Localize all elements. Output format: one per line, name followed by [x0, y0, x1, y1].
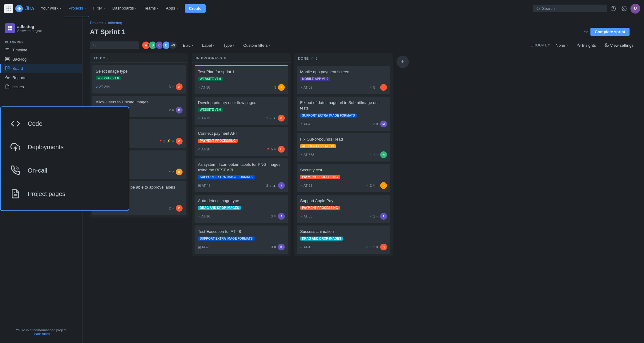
card-at-50[interactable]: Test Plan for sprint 1 WEBSITE V1.0 ✓ AT… — [195, 65, 288, 94]
svg-rect-21 — [6, 59, 9, 60]
footer-learn-more-link[interactable]: Learn more — [32, 332, 50, 336]
nav-dashboards[interactable]: Dashboards ▾ — [109, 0, 140, 17]
star-button[interactable]: ☆ — [584, 29, 588, 35]
popup-item-oncall[interactable]: On-call — [1, 159, 129, 182]
card-metrics: 2 ⑂ ▲ — [266, 184, 276, 187]
more-options-button[interactable]: ··· — [632, 29, 637, 35]
popup-item-project-pages[interactable]: Project pages — [1, 182, 129, 205]
card-test-exec[interactable]: Test Execution for AT-48 SUPPORT EXTRA I… — [195, 225, 288, 254]
breadcrumb-projects-link[interactable]: Projects — [90, 21, 103, 25]
card-metrics: ⚑ 1 ⚡ = — [159, 139, 174, 143]
card-title: Test Execution for AT-48 — [198, 229, 285, 234]
done-icon: ✓ — [366, 245, 368, 249]
create-button[interactable]: Create — [185, 4, 206, 13]
card-title: As system, I can obtain labels for PNG i… — [198, 162, 285, 173]
card-at-48[interactable]: As system, I can obtain labels for PNG i… — [195, 158, 288, 192]
chevron-down-icon: ▾ — [60, 7, 61, 10]
svg-rect-8 — [10, 10, 11, 10]
complete-sprint-button[interactable]: Complete sprint — [590, 28, 630, 36]
branch-icon: ⑂ — [274, 214, 276, 218]
breadcrumb: Projects / atlbettog — [83, 17, 644, 26]
card-title: Support Apple Pay — [300, 198, 387, 204]
toolbar-search[interactable] — [90, 42, 139, 49]
epic-filter-button[interactable]: Epic ▾ — [180, 42, 196, 49]
nav-projects[interactable]: Projects ▾ — [66, 0, 89, 17]
label-filter-button[interactable]: Label ▾ — [199, 42, 218, 49]
board-area: TO DO 6 Select image type WEBSITE V1.0 ✓… — [83, 53, 644, 343]
card-at-63[interactable]: Security test PAYMENT PROCESSING ✓ AT-63… — [297, 164, 390, 192]
assignee-avatar: K — [278, 244, 285, 250]
assignee-avatar: G — [278, 115, 285, 122]
check-icon: ✓ — [300, 184, 303, 187]
card-metrics: 3 = — [271, 245, 276, 249]
card-at-20[interactable]: Connect payment API PAYMENT PROCESSING ✓… — [195, 127, 288, 156]
project-logo-icon — [7, 26, 13, 31]
user-avatar[interactable]: U — [630, 4, 640, 14]
card-at-16[interactable]: Auto-detect image type DRAG AND DROP IMA… — [195, 195, 288, 223]
card-title: Mobile app payment screen — [300, 69, 387, 75]
sidebar-item-board[interactable]: Board — [0, 64, 82, 73]
task-icon: ▣ — [198, 184, 201, 187]
card-title: Connect payment API — [198, 131, 285, 136]
search-input[interactable] — [542, 6, 604, 11]
insights-button[interactable]: Insights — [574, 42, 599, 49]
toolbar-search-input[interactable] — [97, 43, 136, 47]
card-at-19[interactable]: Success animation DRAG AND DROP IMAGES ✓… — [297, 225, 390, 254]
card-at-388[interactable]: Fix Out-of-bounds Read ACCOUNT CREATION … — [297, 133, 390, 162]
nav-your-work[interactable]: Your work ▾ — [38, 0, 64, 17]
card-tag: DRAG AND DROP IMAGES — [300, 237, 343, 241]
help-button[interactable] — [608, 4, 618, 14]
insights-icon — [577, 43, 581, 47]
card-at-73[interactable]: Develop primary user flow pages WEBSITE … — [195, 97, 288, 125]
nav-teams[interactable]: Teams ▾ — [141, 0, 162, 17]
task-icon: ▣ — [198, 245, 201, 249]
nav-filter[interactable]: Filter ▾ — [90, 0, 108, 17]
check-icon: ✓ — [198, 215, 200, 218]
card-at-43[interactable]: Fix out of date image url in SubmitImage… — [297, 97, 390, 130]
custom-filters-button[interactable]: Custom filters ▾ — [240, 42, 273, 49]
card-at-55[interactable]: Support Apple Pay PAYMENT PROCESSING ✓ A… — [297, 195, 390, 223]
assignee-avatar: N — [380, 151, 387, 158]
metric-count: 2 — [370, 184, 372, 187]
search-box[interactable] — [533, 5, 607, 12]
settings-button[interactable] — [619, 4, 629, 14]
issue-id: ✓ AT-63 — [300, 184, 312, 187]
breadcrumb-project-link[interactable]: atlbettog — [108, 21, 122, 25]
sidebar-item-timeline[interactable]: Timeline — [0, 45, 82, 54]
sidebar-item-backlog[interactable]: Backlog — [0, 54, 82, 64]
view-settings-button[interactable]: View settings — [602, 42, 637, 49]
metric-count: 3 — [373, 122, 375, 126]
column-inprogress-cards: Test Plan for sprint 1 WEBSITE V1.0 ✓ AT… — [192, 63, 291, 256]
card-metrics: 2 = — [169, 108, 174, 112]
add-column-button[interactable]: + — [396, 56, 409, 68]
metric-count: 5 — [271, 147, 273, 151]
sidebar-item-issues[interactable]: Issues — [0, 82, 82, 91]
equals-icon: = — [376, 245, 378, 249]
card-footer: ✓ AT-73 2 ⑂ ▲ G — [198, 115, 285, 122]
card-metrics: ✓ 1 = — [369, 214, 378, 218]
chevron-down-icon: ▾ — [233, 44, 235, 47]
svg-rect-0 — [6, 6, 7, 7]
sidebar-item-reports[interactable]: Reports — [0, 73, 82, 82]
card-title: Security test — [300, 167, 387, 173]
jira-logo[interactable]: Jira — [15, 4, 34, 13]
nav-apps[interactable]: Apps ▾ — [163, 0, 181, 17]
project-type: Software project — [17, 29, 42, 33]
card-title: Fix Out-of-bounds Read — [300, 137, 387, 142]
card-at-59[interactable]: Mobile app payment screen MOBILE APP V1.… — [297, 66, 390, 94]
popup-item-deployments[interactable]: Deployments — [1, 135, 129, 159]
group-by-selector[interactable]: None ▾ — [553, 42, 571, 49]
metric-count: 3 — [169, 85, 171, 89]
card-at-244[interactable]: Select image type WEBSITE V1.0 ✓ AT-244 … — [92, 65, 186, 94]
toolbar: A B C D +3 Epic ▾ Label ▾ Type ▾ Custom … — [83, 40, 644, 53]
toolbar-search-icon — [93, 43, 96, 47]
assignee-avatar: M — [380, 121, 387, 127]
popup-item-code[interactable]: Code — [1, 112, 129, 135]
board-title: AT Sprint 1 — [90, 28, 126, 36]
avatar-count[interactable]: +3 — [169, 41, 177, 50]
board-icon — [5, 66, 10, 71]
issue-id: ✓ AT-59 — [300, 86, 312, 89]
card-tag: DRAG AND DROP IMAGES — [198, 206, 241, 210]
grid-menu-button[interactable] — [4, 4, 14, 14]
type-filter-button[interactable]: Type ▾ — [220, 42, 238, 49]
